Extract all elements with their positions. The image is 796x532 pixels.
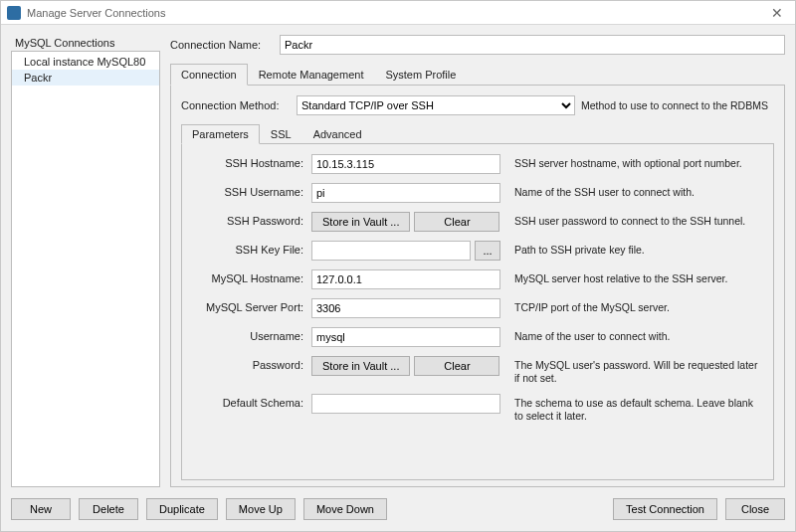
- mysql-port-help: TCP/IP port of the MySQL server.: [500, 298, 763, 314]
- main: Connection Name: Connection Remote Manag…: [170, 35, 785, 487]
- connection-name-label: Connection Name:: [170, 39, 280, 51]
- tab-remote-management[interactable]: Remote Management: [248, 64, 375, 86]
- subtab-parameters[interactable]: Parameters: [181, 124, 260, 144]
- row-ssh-username: SSH Username: Name of the SSH user to co…: [192, 183, 763, 203]
- mysql-port-input[interactable]: [311, 298, 500, 318]
- parameters-form: SSH Hostname: SSH server hostname, with …: [181, 144, 774, 480]
- body: MySQL Connections Local instance MySQL80…: [1, 25, 795, 487]
- default-schema-help: The schema to use as default schema. Lea…: [500, 394, 763, 423]
- row-password: Password: Store in Vault ... Clear The M…: [192, 356, 763, 385]
- subtab-advanced[interactable]: Advanced: [302, 124, 373, 144]
- connection-method-row: Connection Method: Standard TCP/IP over …: [181, 95, 774, 115]
- password-clear-button[interactable]: Clear: [414, 356, 499, 376]
- password-help: The MySQL user's password. Will be reque…: [500, 356, 763, 385]
- window-title: Manage Server Connections: [27, 7, 765, 19]
- ssh-password-store-button[interactable]: Store in Vault ...: [311, 212, 410, 232]
- move-up-button[interactable]: Move Up: [226, 498, 296, 520]
- ssh-password-clear-button[interactable]: Clear: [414, 212, 499, 232]
- row-ssh-password: SSH Password: Store in Vault ... Clear S…: [192, 212, 763, 232]
- ssh-keyfile-help: Path to SSH private key file.: [500, 241, 763, 257]
- connection-list[interactable]: Local instance MySQL80 Packr: [11, 51, 160, 487]
- row-mysql-hostname: MySQL Hostname: MySQL server host relati…: [192, 269, 763, 289]
- ssh-hostname-help: SSH server hostname, with optional port …: [500, 154, 763, 170]
- mysql-hostname-help: MySQL server host relative to the SSH se…: [500, 269, 763, 285]
- ssh-username-help: Name of the SSH user to connect with.: [500, 183, 763, 199]
- connection-panel: Connection Method: Standard TCP/IP over …: [170, 86, 785, 487]
- mysql-hostname-input[interactable]: [311, 269, 500, 289]
- username-input[interactable]: [311, 327, 500, 347]
- connection-name-row: Connection Name:: [170, 35, 785, 55]
- row-ssh-hostname: SSH Hostname: SSH server hostname, with …: [192, 154, 763, 174]
- connection-method-label: Connection Method:: [181, 99, 291, 111]
- ssh-username-input[interactable]: [311, 183, 500, 203]
- close-icon[interactable]: ✕: [765, 5, 789, 21]
- row-default-schema: Default Schema: The schema to use as def…: [192, 394, 763, 423]
- test-connection-button[interactable]: Test Connection: [613, 498, 717, 520]
- duplicate-button[interactable]: Duplicate: [146, 498, 218, 520]
- window: Manage Server Connections ✕ MySQL Connec…: [0, 0, 796, 532]
- default-schema-input[interactable]: [311, 394, 500, 414]
- ssh-hostname-label: SSH Hostname:: [192, 154, 311, 169]
- default-schema-label: Default Schema:: [192, 394, 311, 409]
- username-label: Username:: [192, 327, 311, 342]
- row-mysql-port: MySQL Server Port: TCP/IP port of the My…: [192, 298, 763, 318]
- delete-button[interactable]: Delete: [79, 498, 138, 520]
- app-icon: [7, 6, 21, 20]
- row-username: Username: Name of the user to connect wi…: [192, 327, 763, 347]
- ssh-keyfile-browse-button[interactable]: ...: [475, 241, 500, 261]
- password-label: Password:: [192, 356, 311, 371]
- sidebar-item-packr[interactable]: Packr: [12, 70, 159, 86]
- titlebar: Manage Server Connections ✕: [1, 1, 795, 25]
- row-ssh-keyfile: SSH Key File: ... Path to SSH private ke…: [192, 241, 763, 261]
- mysql-hostname-label: MySQL Hostname:: [192, 269, 311, 284]
- subtab-ssl[interactable]: SSL: [260, 124, 302, 144]
- connection-name-input[interactable]: [280, 35, 785, 55]
- sidebar: MySQL Connections Local instance MySQL80…: [11, 35, 160, 487]
- tab-system-profile[interactable]: System Profile: [374, 64, 467, 86]
- password-store-button[interactable]: Store in Vault ...: [311, 356, 410, 376]
- move-down-button[interactable]: Move Down: [303, 498, 387, 520]
- sidebar-header: MySQL Connections: [11, 35, 160, 51]
- close-button[interactable]: Close: [725, 498, 785, 520]
- ssh-password-label: SSH Password:: [192, 212, 311, 227]
- username-help: Name of the user to connect with.: [500, 327, 763, 343]
- ssh-hostname-input[interactable]: [311, 154, 500, 174]
- sub-tabs: Parameters SSL Advanced: [181, 123, 774, 144]
- sidebar-item-local[interactable]: Local instance MySQL80: [12, 54, 159, 70]
- connection-method-desc: Method to use to connect to the RDBMS: [581, 99, 774, 111]
- ssh-password-help: SSH user password to connect to the SSH …: [500, 212, 763, 228]
- main-tabs: Connection Remote Management System Prof…: [170, 63, 785, 86]
- ssh-keyfile-input[interactable]: [311, 241, 471, 261]
- connection-method-select[interactable]: Standard TCP/IP over SSH: [297, 95, 575, 115]
- mysql-port-label: MySQL Server Port:: [192, 298, 311, 313]
- ssh-keyfile-label: SSH Key File:: [192, 241, 311, 256]
- footer: New Delete Duplicate Move Up Move Down T…: [1, 487, 795, 531]
- ssh-username-label: SSH Username:: [192, 183, 311, 198]
- tab-connection[interactable]: Connection: [170, 64, 248, 86]
- new-button[interactable]: New: [11, 498, 71, 520]
